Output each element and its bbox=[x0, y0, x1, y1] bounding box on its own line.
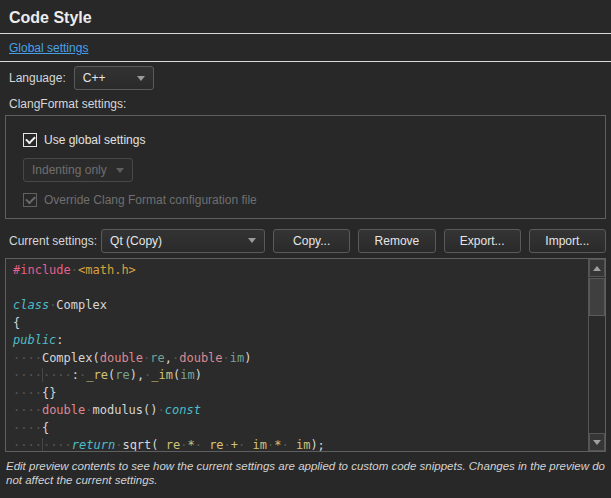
code-style-settings-page: Code Style Global settings Language: C++… bbox=[0, 0, 611, 498]
import-button[interactable]: Import... bbox=[529, 229, 606, 253]
current-settings-combo[interactable]: Qt (Copy) bbox=[101, 229, 265, 253]
checkbox-checked-icon[interactable] bbox=[23, 133, 37, 147]
clangformat-settings-label: ClangFormat settings: bbox=[9, 97, 611, 112]
remove-button[interactable]: Remove bbox=[358, 229, 435, 253]
clangformat-mode-value: Indenting only bbox=[32, 163, 107, 177]
editor-scrollbar[interactable] bbox=[588, 259, 605, 451]
arrow-down-icon bbox=[593, 440, 601, 445]
title-separator bbox=[0, 33, 611, 34]
use-global-settings-checkbox[interactable]: Use global settings bbox=[23, 132, 605, 147]
arrow-up-icon bbox=[593, 266, 601, 271]
clangformat-group-box: Use global settings Indenting only Overr… bbox=[5, 115, 606, 219]
language-label: Language: bbox=[9, 71, 66, 85]
scroll-up-button[interactable] bbox=[589, 259, 605, 277]
current-settings-value: Qt (Copy) bbox=[110, 234, 162, 248]
global-settings-link[interactable]: Global settings bbox=[9, 41, 88, 55]
code-lines[interactable]: #include·<math.h> class·Complex{public:·… bbox=[6, 259, 605, 452]
override-clangformat-checkbox: Override Clang Format configuration file bbox=[23, 192, 605, 207]
link-separator bbox=[0, 61, 611, 62]
scroll-down-button[interactable] bbox=[589, 433, 605, 451]
scrollbar-thumb[interactable] bbox=[589, 278, 605, 316]
checkbox-checked-disabled-icon bbox=[23, 193, 37, 207]
chevron-down-icon bbox=[137, 76, 145, 81]
chevron-down-icon bbox=[248, 238, 256, 243]
code-preview-editor[interactable]: #include·<math.h> class·Complex{public:·… bbox=[5, 258, 606, 452]
override-clangformat-label: Override Clang Format configuration file bbox=[44, 193, 257, 207]
clangformat-mode-combo: Indenting only bbox=[23, 158, 133, 182]
language-combo-value: C++ bbox=[83, 71, 106, 85]
language-combo[interactable]: C++ bbox=[74, 66, 154, 90]
use-global-settings-label: Use global settings bbox=[44, 133, 145, 147]
chevron-down-icon bbox=[116, 168, 124, 173]
page-title: Code Style bbox=[9, 8, 611, 28]
export-button[interactable]: Export... bbox=[444, 229, 521, 253]
footer-hint-text: Edit preview contents to see how the cur… bbox=[6, 459, 605, 487]
scrollbar-track[interactable] bbox=[589, 277, 605, 433]
copy-button[interactable]: Copy... bbox=[273, 229, 350, 253]
current-settings-label: Current settings: bbox=[9, 234, 97, 248]
